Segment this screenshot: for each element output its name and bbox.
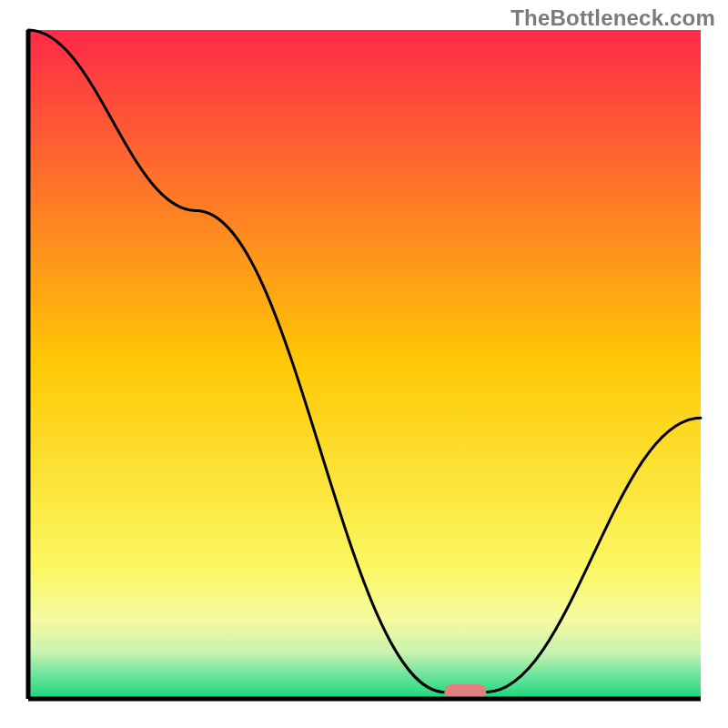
- chart-container: TheBottleneck.com: [0, 0, 728, 728]
- bottleneck-chart: [0, 0, 728, 728]
- watermark-text: TheBottleneck.com: [511, 5, 715, 31]
- plot-background: [28, 30, 701, 699]
